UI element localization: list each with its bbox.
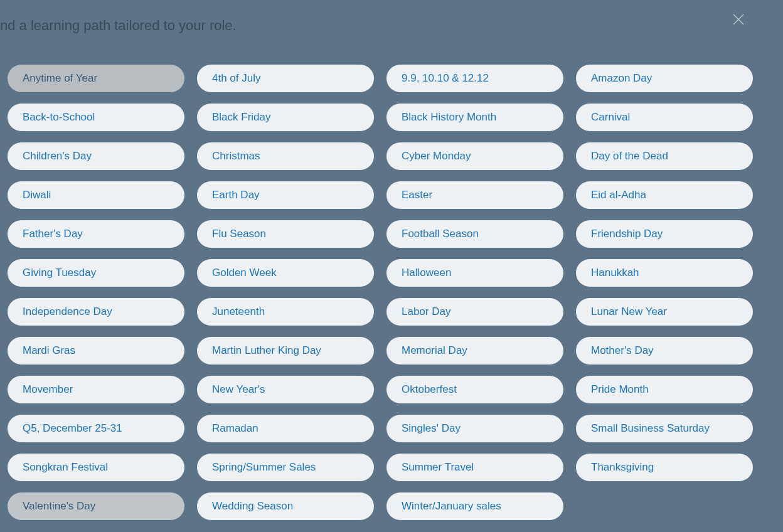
filter-pill[interactable]: Eid al-Adha (576, 181, 753, 209)
filter-pill-label: Ramadan (212, 422, 258, 435)
filter-pill[interactable]: Winter/January sales (386, 492, 563, 520)
filter-pill-label: Father's Day (23, 228, 83, 240)
filter-pill[interactable]: Black History Month (386, 104, 563, 131)
filter-pill[interactable]: Thanksgiving (576, 454, 753, 481)
filter-pill[interactable]: Pride Month (576, 376, 753, 403)
filter-pill-label: Mother's Day (591, 344, 654, 357)
filter-pill-label: Mardi Gras (23, 344, 75, 357)
filter-pill[interactable]: Back-to-School (8, 104, 184, 131)
filter-pill-label: 9.9, 10.10 & 12.12 (402, 72, 489, 85)
filter-pill-label: Oktoberfest (402, 383, 457, 396)
filter-pill-label: Golden Week (212, 267, 277, 279)
filter-pill[interactable]: Summer Travel (386, 454, 563, 481)
filter-pill-label: Carnival (591, 111, 630, 124)
filter-pill-label: Cyber Monday (402, 150, 471, 162)
filter-pill[interactable]: Father's Day (8, 220, 184, 248)
filter-pill-label: Summer Travel (402, 461, 474, 474)
filter-pill-label: Memorial Day (402, 344, 467, 357)
filter-pill[interactable]: 9.9, 10.10 & 12.12 (386, 65, 563, 92)
filter-pill[interactable]: Christmas (197, 142, 374, 170)
filter-pill[interactable]: Mother's Day (576, 337, 753, 364)
close-icon[interactable] (733, 14, 744, 25)
filter-pill[interactable]: 4th of July (197, 65, 374, 92)
filter-pill-label: Black Friday (212, 111, 271, 124)
filter-pill[interactable]: Hanukkah (576, 259, 753, 287)
filter-pill-label: Movember (23, 383, 73, 396)
filter-pill[interactable]: Golden Week (197, 259, 374, 287)
filter-pill[interactable]: Halloween (386, 259, 563, 287)
filter-pill[interactable]: Independence Day (8, 298, 184, 326)
filter-pill[interactable]: Flu Season (197, 220, 374, 248)
filter-pill[interactable]: Black Friday (197, 104, 374, 131)
filter-pill-label: Martin Luther King Day (212, 344, 321, 357)
filter-pill[interactable]: Football Season (386, 220, 563, 248)
filter-pill[interactable]: Carnival (576, 104, 753, 131)
filter-pill-label: Juneteenth (212, 306, 265, 318)
filter-pill[interactable]: Cyber Monday (386, 142, 563, 170)
filter-pill[interactable]: Juneteenth (197, 298, 374, 326)
filter-pill[interactable]: Anytime of Year (8, 65, 184, 92)
filter-pill[interactable]: Mardi Gras (8, 337, 184, 364)
filter-pill-label: Friendship Day (591, 228, 663, 240)
filter-pill[interactable]: Labor Day (386, 298, 563, 326)
filter-pill[interactable]: Ramadan (197, 415, 374, 442)
filter-pill[interactable]: Lunar New Year (576, 298, 753, 326)
filter-pill-label: Giving Tuesday (23, 267, 96, 279)
header-subtitle: nd a learning path tailored to your role… (0, 18, 237, 34)
filter-pill-label: Valentine's Day (23, 500, 95, 513)
filter-pill[interactable]: Q5, December 25-31 (8, 415, 184, 442)
filter-pill-label: Day of the Dead (591, 150, 668, 162)
filter-pill-label: New Year's (212, 383, 265, 396)
filter-pill-label: Winter/January sales (402, 500, 501, 513)
filter-pill[interactable]: Easter (386, 181, 563, 209)
filter-pill[interactable]: Wedding Season (197, 492, 374, 520)
filter-pill[interactable]: Spring/Summer Sales (197, 454, 374, 481)
filter-pill[interactable]: Earth Day (197, 181, 374, 209)
filter-pill[interactable]: Amazon Day (576, 65, 753, 92)
filter-pill-label: Songkran Festival (23, 461, 108, 474)
filter-pill[interactable]: Giving Tuesday (8, 259, 184, 287)
filter-pill-label: Thanksgiving (591, 461, 654, 474)
filter-pill-label: Q5, December 25-31 (23, 422, 122, 435)
filter-pill-label: Diwali (23, 189, 51, 201)
filter-pill-label: Spring/Summer Sales (212, 461, 316, 474)
filter-pill[interactable]: Small Business Saturday (576, 415, 753, 442)
filter-pill-label: Christmas (212, 150, 260, 162)
filter-pill[interactable]: Valentine's Day (8, 492, 184, 520)
filter-pill-label: Anytime of Year (23, 72, 97, 85)
filter-pill-label: Amazon Day (591, 72, 652, 85)
filter-pill-label: Flu Season (212, 228, 266, 240)
filter-pill-label: Halloween (402, 267, 451, 279)
filter-pill-label: Eid al-Adha (591, 189, 646, 201)
filter-pill-label: Small Business Saturday (591, 422, 710, 435)
filter-pill-grid: Anytime of Year4th of July9.9, 10.10 & 1… (8, 65, 753, 520)
filter-pill-label: Back-to-School (23, 111, 95, 124)
filter-pill-label: Wedding Season (212, 500, 293, 513)
filter-pill-label: Football Season (402, 228, 479, 240)
filter-pill[interactable]: Children's Day (8, 142, 184, 170)
filter-pill[interactable]: Oktoberfest (386, 376, 563, 403)
filter-pill[interactable]: Singles' Day (386, 415, 563, 442)
filter-pill[interactable]: Day of the Dead (576, 142, 753, 170)
filter-pill-label: Easter (402, 189, 432, 201)
filter-pill-label: Pride Month (591, 383, 649, 396)
filter-pill-label: Singles' Day (402, 422, 461, 435)
filter-pill-label: Earth Day (212, 189, 260, 201)
filter-pill[interactable]: Martin Luther King Day (197, 337, 374, 364)
filter-pill[interactable]: Memorial Day (386, 337, 563, 364)
filter-pill-label: Labor Day (402, 306, 450, 318)
filter-pill-label: Black History Month (402, 111, 496, 124)
filter-pill[interactable]: Friendship Day (576, 220, 753, 248)
filter-pill[interactable]: Diwali (8, 181, 184, 209)
filter-pill[interactable]: New Year's (197, 376, 374, 403)
filter-pill[interactable]: Movember (8, 376, 184, 403)
filter-pill-label: Children's Day (23, 150, 92, 162)
filter-pill-label: Lunar New Year (591, 306, 667, 318)
filter-pill-label: Independence Day (23, 306, 112, 318)
filter-pill-label: 4th of July (212, 72, 261, 85)
filter-pill-label: Hanukkah (591, 267, 639, 279)
filter-pill[interactable]: Songkran Festival (8, 454, 184, 481)
